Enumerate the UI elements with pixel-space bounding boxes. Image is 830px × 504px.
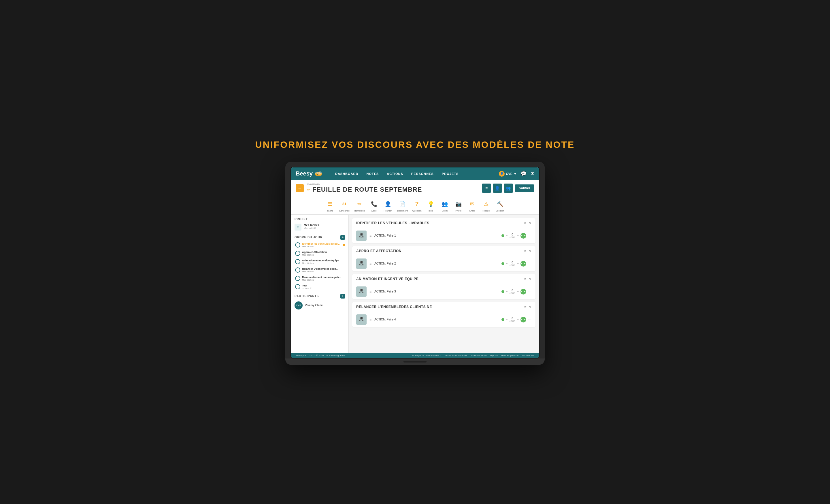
expand-section-3-button[interactable]: ∨ [529, 305, 532, 309]
tool-client[interactable]: 👥 Client [440, 199, 449, 212]
sidebar-item-0[interactable]: Identifier les véhicules livrabl... Mes … [291, 241, 348, 249]
footer-premium[interactable]: Services premium [501, 354, 519, 357]
nav-personnes[interactable]: PERSONNES [407, 167, 438, 180]
plus-btn-1-0[interactable]: + [506, 262, 508, 265]
section-header-3: RELANCER L'ENSEMBLEDES CLIENTS NE ✏ ∨ [352, 302, 536, 312]
more-btn-3-0[interactable]: ··· [528, 317, 532, 322]
minus-btn-3-0[interactable]: − [517, 318, 519, 321]
tool-risque[interactable]: ⚠ Risque [482, 199, 491, 212]
tool-email[interactable]: ✉ Email [468, 199, 477, 212]
page-heading: UNIFORMISEZ VOS DISCOURS AVEC DES MODÈLE… [255, 139, 575, 162]
expand-section-1-button[interactable]: ∨ [529, 249, 532, 253]
share-button[interactable]: 👤 [493, 184, 502, 193]
edit-section-0-button[interactable]: ✏ [524, 221, 526, 225]
section-header-2: ANIMATION ET INCENTIVE EQUIPE ✏ ∨ [352, 274, 536, 284]
chat-icon[interactable]: 💬 [521, 171, 526, 176]
plus-btn-2-0[interactable]: + [506, 290, 508, 293]
add-agenda-button[interactable]: + [340, 235, 345, 240]
nav-notes[interactable]: NOTES [362, 167, 383, 180]
more-btn-2-0[interactable]: ··· [528, 289, 532, 294]
settings-button[interactable]: ≡ [482, 184, 491, 193]
save-button[interactable]: Sauver [515, 184, 534, 192]
sidebar-item-2[interactable]: Animation et Incentive Equipe Mes tâches [291, 258, 348, 266]
echeance-icon: 31 [340, 199, 349, 209]
header-left: ← 30/07/2019 ✏ FEUILLE DE ROUTE SEPTEMBR… [296, 183, 422, 193]
nav-actions[interactable]: ACTIONS [383, 167, 407, 180]
participants-section-title: PARTICIPANTS + [291, 291, 348, 300]
mail-icon[interactable]: ✉ [531, 171, 534, 176]
minus-btn-1-0[interactable]: − [517, 262, 519, 265]
ccr-badge-1-0[interactable]: CCR [520, 261, 526, 266]
action-row-3-0: ⬛ CCR ≡ ACTION: Faire 4 + 0 JOUR [352, 312, 536, 327]
agenda-item-name-4: Renouvellement par anticipati... [302, 276, 345, 279]
agenda-item-name-0: Identifier les véhicules livrabl... [302, 242, 341, 245]
agenda-item-sub-5: ☆ New P [302, 287, 345, 290]
nav-user[interactable]: 👤 CVE ▼ [499, 171, 517, 177]
section-block-2: ANIMATION ET INCENTIVE EQUIPE ✏ ∨ ⬛ CCR [352, 274, 536, 299]
edit-icon[interactable]: ✏ [307, 187, 310, 192]
decision-icon: 🔨 [496, 199, 505, 209]
ccr-badge-0-0[interactable]: CCR [520, 233, 526, 239]
footer-right: Politique de confidentialité ↑ Condition… [412, 354, 534, 357]
agenda-item-sub-3: Mes tâches [302, 270, 345, 273]
nav-dashboard[interactable]: DASHBOARD [331, 167, 362, 180]
logo-text: Beesy [296, 170, 313, 177]
ccr-badge-2-0[interactable]: CCR [520, 289, 526, 294]
expand-section-0-button[interactable]: ∨ [529, 221, 532, 225]
action-label-1-0: ACTION: Faire 2 [374, 262, 499, 265]
tool-decision[interactable]: 🔨 Décision [496, 199, 505, 212]
team-button[interactable]: 👥 [504, 184, 513, 193]
sidebar-item-5[interactable]: Test ☆ New P [291, 283, 348, 291]
action-controls-2-0: + 0 JOUR − CCR ··· [502, 289, 532, 294]
footer-left: BeesApps 5.12.3 © 2020 Formation gratuit… [296, 354, 345, 357]
back-button[interactable]: ← [296, 184, 304, 192]
expand-section-2-button[interactable]: ∨ [529, 277, 532, 281]
tool-appel[interactable]: 📞 Appel [370, 199, 379, 212]
minus-btn-2-0[interactable]: − [517, 290, 519, 293]
action-lines-icon-2-0[interactable]: ≡ [370, 290, 372, 294]
more-btn-0-0[interactable]: ··· [528, 233, 532, 238]
jour-label-0-0: JOUR [509, 236, 515, 238]
footer-contact[interactable]: Nous contacter [471, 354, 487, 357]
tool-photo[interactable]: 📷 Photo [454, 199, 463, 212]
footer-nouveautes[interactable]: Nouveautés [522, 354, 534, 357]
sidebar-my-tasks[interactable]: ⊞ Mes tâches Mon activité [291, 222, 348, 232]
sidebar-item-4[interactable]: Renouvellement par anticipati... Mes tâc… [291, 274, 348, 283]
footer-privacy[interactable]: Politique de confidentialité ↑ [412, 354, 441, 357]
more-btn-1-0[interactable]: ··· [528, 261, 532, 266]
edit-section-1-button[interactable]: ✏ [524, 249, 526, 253]
nav-projets[interactable]: PROJETS [438, 167, 462, 180]
add-participant-button[interactable]: + [340, 294, 345, 298]
action-lines-icon-3-0[interactable]: ≡ [370, 318, 372, 322]
edit-section-3-button[interactable]: ✏ [524, 305, 526, 309]
question-label: Question [412, 210, 422, 212]
ccr-badge-3-0[interactable]: CCR [520, 317, 526, 322]
action-lines-icon-0-0[interactable]: ≡ [370, 234, 372, 238]
project-section-title: PROJET [291, 215, 348, 222]
edit-section-2-button[interactable]: ✏ [524, 277, 526, 281]
tool-document[interactable]: 📄 Document [397, 199, 408, 212]
tache-label: Tâche [327, 210, 333, 212]
jour-value-1-0: 0 [512, 261, 513, 264]
tool-idee[interactable]: 💡 Idée [426, 199, 436, 212]
tool-remarque[interactable]: ✏ Remarque [354, 199, 365, 212]
footer-conditions[interactable]: Conditions d'utilisation ↑ [444, 354, 469, 357]
tool-reunion[interactable]: 👤 Réunion [383, 199, 392, 212]
sidebar-item-3[interactable]: Relancer L'ensembles clien... Mes tâches [291, 266, 348, 274]
status-dot-0 [343, 244, 345, 246]
action-lines-icon-1-0[interactable]: ≡ [370, 262, 372, 266]
my-tasks-sub: Mon activité [304, 227, 345, 229]
tool-tache[interactable]: ☰ Tâche [325, 199, 334, 212]
footer-support[interactable]: Support [490, 354, 498, 357]
plus-btn-3-0[interactable]: + [506, 318, 508, 321]
tool-echeance[interactable]: 31 Échéance [339, 199, 350, 212]
action-controls-3-0: + 0 JOUR − CCR ··· [502, 317, 532, 322]
document-icon: 📄 [398, 199, 407, 209]
sidebar-item-1[interactable]: Appro et Affectation Mes tâches [291, 249, 348, 258]
plus-btn-0-0[interactable]: + [506, 234, 508, 237]
minus-btn-0-0[interactable]: − [517, 234, 519, 237]
action-controls-0-0: + 0 JOUR − CCR ··· [502, 233, 532, 239]
agenda-item-name-5: Test [302, 284, 345, 287]
tool-question[interactable]: ? Question [412, 199, 422, 212]
footer-formation[interactable]: Formation gratuite [326, 354, 345, 357]
